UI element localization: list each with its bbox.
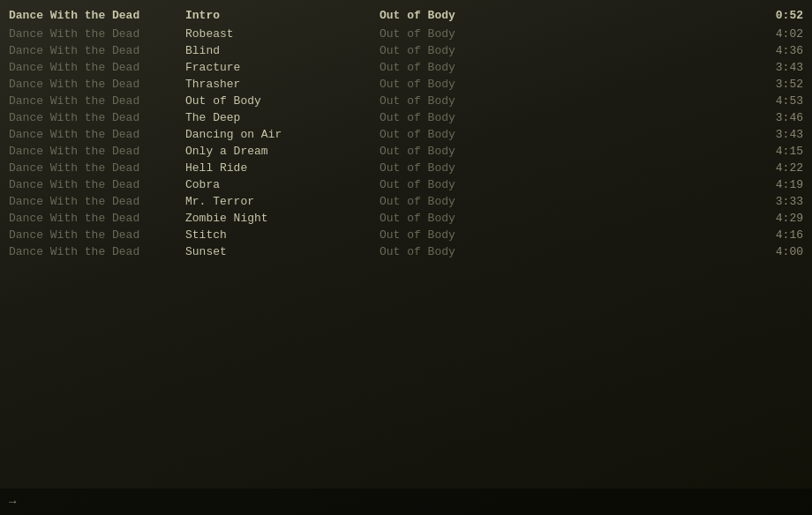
track-title: The Deep	[185, 111, 380, 124]
track-album: Out of Body	[380, 178, 750, 191]
track-album: Out of Body	[380, 195, 750, 208]
header-duration: 0:52	[750, 9, 803, 22]
table-row[interactable]: Dance With the DeadThe DeepOut of Body3:…	[0, 109, 812, 126]
track-title: Sunset	[185, 245, 380, 258]
bottom-bar: →	[0, 489, 812, 515]
track-artist: Dance With the Dead	[9, 161, 185, 175]
track-artist: Dance With the Dead	[9, 78, 185, 91]
track-album: Out of Body	[380, 245, 750, 258]
track-duration: 4:53	[750, 94, 803, 108]
track-album: Out of Body	[380, 161, 750, 175]
table-row[interactable]: Dance With the DeadBlindOut of Body4:36	[0, 42, 812, 59]
track-duration: 4:19	[750, 178, 803, 191]
track-title: Fracture	[185, 61, 380, 74]
track-artist: Dance With the Dead	[9, 128, 185, 141]
table-row[interactable]: Dance With the DeadDancing on AirOut of …	[0, 126, 812, 143]
table-row[interactable]: Dance With the DeadHell RideOut of Body4…	[0, 160, 812, 176]
track-artist: Dance With the Dead	[9, 228, 185, 242]
track-album: Out of Body	[380, 44, 750, 57]
track-title: Blind	[185, 44, 380, 57]
track-album: Out of Body	[380, 78, 750, 91]
track-artist: Dance With the Dead	[9, 178, 185, 191]
track-artist: Dance With the Dead	[9, 44, 185, 57]
track-artist: Dance With the Dead	[9, 195, 185, 208]
track-album: Out of Body	[380, 27, 750, 41]
track-duration: 3:33	[750, 195, 803, 208]
track-artist: Dance With the Dead	[9, 245, 185, 258]
table-row[interactable]: Dance With the DeadCobraOut of Body4:19	[0, 176, 812, 193]
track-duration: 4:00	[750, 245, 803, 258]
track-title: Out of Body	[185, 94, 380, 108]
track-artist: Dance With the Dead	[9, 145, 185, 158]
table-row[interactable]: Dance With the DeadThrasherOut of Body3:…	[0, 76, 812, 93]
track-title: Mr. Terror	[185, 195, 380, 208]
track-duration: 3:52	[750, 78, 803, 91]
track-duration: 3:43	[750, 128, 803, 141]
table-row[interactable]: Dance With the DeadSunsetOut of Body4:00	[0, 243, 812, 260]
track-title: Cobra	[185, 178, 380, 191]
track-album: Out of Body	[380, 61, 750, 74]
track-title: Zombie Night	[185, 212, 380, 225]
track-duration: 3:46	[750, 111, 803, 124]
track-duration: 4:36	[750, 44, 803, 57]
track-title: Stitch	[185, 228, 380, 242]
track-duration: 4:29	[750, 212, 803, 225]
track-list-header: Dance With the Dead Intro Out of Body 0:…	[0, 7, 812, 24]
header-artist: Dance With the Dead	[9, 9, 185, 22]
header-title: Intro	[185, 9, 380, 22]
track-artist: Dance With the Dead	[9, 111, 185, 124]
track-title: Robeast	[185, 27, 380, 41]
track-album: Out of Body	[380, 212, 750, 225]
track-title: Only a Dream	[185, 145, 380, 158]
track-artist: Dance With the Dead	[9, 27, 185, 41]
arrow-icon: →	[9, 495, 16, 509]
table-row[interactable]: Dance With the DeadZombie NightOut of Bo…	[0, 210, 812, 227]
track-artist: Dance With the Dead	[9, 94, 185, 108]
track-duration: 4:15	[750, 145, 803, 158]
track-duration: 4:22	[750, 161, 803, 175]
table-row[interactable]: Dance With the DeadOut of BodyOut of Bod…	[0, 93, 812, 109]
track-duration: 3:43	[750, 61, 803, 74]
track-album: Out of Body	[380, 128, 750, 141]
track-artist: Dance With the Dead	[9, 212, 185, 225]
track-artist: Dance With the Dead	[9, 61, 185, 74]
table-row[interactable]: Dance With the DeadFractureOut of Body3:…	[0, 59, 812, 76]
track-album: Out of Body	[380, 228, 750, 242]
table-row[interactable]: Dance With the DeadStitchOut of Body4:16	[0, 227, 812, 243]
header-album: Out of Body	[380, 9, 750, 22]
track-duration: 4:16	[750, 228, 803, 242]
track-album: Out of Body	[380, 145, 750, 158]
track-title: Hell Ride	[185, 161, 380, 175]
track-title: Dancing on Air	[185, 128, 380, 141]
track-title: Thrasher	[185, 78, 380, 91]
track-list: Dance With the Dead Intro Out of Body 0:…	[0, 0, 812, 267]
track-album: Out of Body	[380, 94, 750, 108]
track-duration: 4:02	[750, 27, 803, 41]
table-row[interactable]: Dance With the DeadOnly a DreamOut of Bo…	[0, 143, 812, 160]
track-album: Out of Body	[380, 111, 750, 124]
table-row[interactable]: Dance With the DeadRobeastOut of Body4:0…	[0, 26, 812, 42]
table-row[interactable]: Dance With the DeadMr. TerrorOut of Body…	[0, 193, 812, 210]
